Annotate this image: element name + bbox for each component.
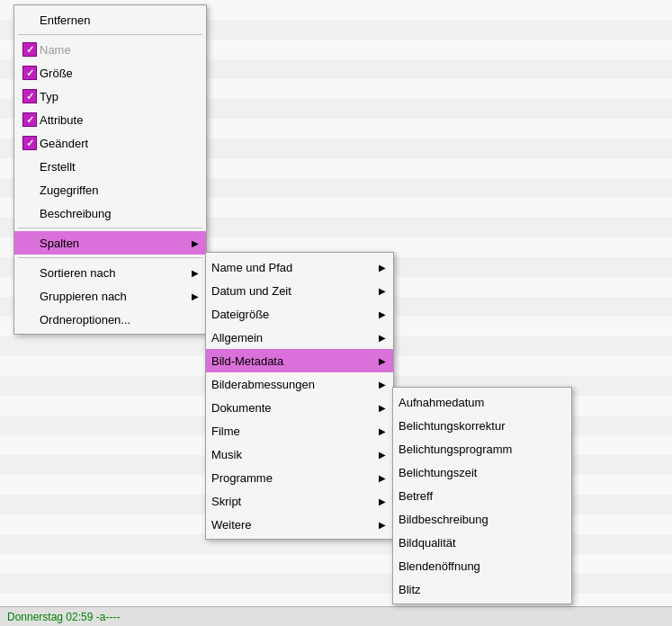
menu-label-attribute: Attribute (40, 113, 199, 127)
status-text: Donnerstag 02:59 -a---- (7, 611, 120, 623)
context-menu-l1: Entfernen ✓ Name ✓ Größe ✓ Typ ✓ Attribu… (13, 4, 207, 335)
menu-item-belichtungsprogramm[interactable]: Belichtungsprogramm (393, 437, 571, 461)
menu-item-sortieren[interactable]: Sortieren nach ▶ (14, 261, 206, 284)
menu-item-bildqualitaet[interactable]: Bildqualität (393, 531, 571, 554)
menu-item-blendeoeffnung[interactable]: Blendenöffnung (393, 554, 571, 577)
menu-label-beschreibung: Beschreibung (40, 207, 199, 220)
menu-label-datum-zeit: Datum und Zeit (211, 284, 379, 298)
menu-item-erstellt[interactable]: Erstellt (14, 155, 206, 178)
menu-item-aufnahmedatum[interactable]: Aufnahmedatum (393, 390, 571, 414)
menu-label-bildbeschreibung: Bildbeschreibung (399, 513, 564, 526)
menu-label-belichtungsprogramm: Belichtungsprogramm (399, 443, 564, 456)
menu-label-filme: Filme (211, 425, 379, 438)
menu-label-erstellt: Erstellt (40, 160, 199, 174)
checkbox-area-groesse: ✓ (20, 66, 40, 80)
menu-item-allgemein[interactable]: Allgemein ▶ (206, 326, 393, 349)
arrow-dokumente: ▶ (379, 403, 386, 413)
menu-label-typ: Typ (40, 90, 199, 103)
menu-label-geaendert: Geändert (40, 137, 199, 150)
menu-label-gruppieren: Gruppieren nach (40, 290, 192, 303)
separator-after-spalten (18, 257, 202, 258)
arrow-allgemein: ▶ (379, 333, 386, 343)
menu-label-skript: Skript (211, 495, 379, 508)
menu-label-bildqualitaet: Bildqualität (399, 536, 564, 550)
menu-item-entfernen[interactable]: Entfernen (14, 8, 206, 31)
menu-item-bilderabmessungen[interactable]: Bilderabmessungen ▶ (206, 372, 393, 396)
menu-item-spalten[interactable]: Spalten ▶ (14, 231, 206, 255)
menu-item-beschreibung[interactable]: Beschreibung (14, 201, 206, 225)
menu-item-belichtungszeit[interactable]: Belichtungszeit (393, 461, 571, 484)
arrow-gruppieren: ▶ (192, 291, 199, 301)
separator-after-beschreibung (18, 228, 202, 228)
menu-item-zugegriffen[interactable]: Zugegriffen (14, 178, 206, 201)
menu-item-blitz[interactable]: Blitz (393, 577, 571, 601)
context-menu-l2: Name und Pfad ▶ Datum und Zeit ▶ Dateigr… (205, 252, 394, 540)
menu-label-bild-metadata: Bild-Metadata (211, 354, 379, 368)
menu-item-ordneroptionen[interactable]: Ordneroptionen... (14, 308, 206, 331)
menu-label-zugegriffen: Zugegriffen (40, 183, 199, 197)
menu-label-weitere: Weitere (211, 518, 379, 532)
arrow-bild-metadata: ▶ (379, 356, 386, 366)
menu-label-dokumente: Dokumente (211, 401, 379, 415)
menu-label-belichtungskorrektur: Belichtungskorrektur (399, 419, 564, 433)
checkbox-area-name: ✓ (20, 42, 40, 57)
menu-item-name-pfad[interactable]: Name und Pfad ▶ (206, 255, 393, 279)
menu-item-filme[interactable]: Filme ▶ (206, 419, 393, 443)
menu-item-groesse[interactable]: ✓ Größe (14, 61, 206, 85)
menu-label-programme: Programme (211, 471, 379, 485)
menu-item-name[interactable]: ✓ Name (14, 38, 206, 61)
checkbox-area-typ: ✓ (20, 89, 40, 103)
menu-label-dateigroesse: Dateigröße (211, 308, 379, 321)
menu-item-dokumente[interactable]: Dokumente ▶ (206, 396, 393, 419)
arrow-spalten: ▶ (192, 238, 199, 248)
menu-label-ordneroptionen: Ordneroptionen... (40, 313, 199, 326)
menu-item-typ[interactable]: ✓ Typ (14, 85, 206, 108)
menu-item-attribute[interactable]: ✓ Attribute (14, 108, 206, 131)
menu-label-blitz: Blitz (399, 583, 564, 596)
menu-item-bild-metadata[interactable]: Bild-Metadata ▶ (206, 349, 393, 372)
arrow-sortieren: ▶ (192, 268, 199, 278)
context-menu-l3: Aufnahmedatum Belichtungskorrektur Belic… (392, 387, 572, 604)
arrow-dateigroesse: ▶ (379, 309, 386, 319)
menu-item-betreff[interactable]: Betreff (393, 484, 571, 507)
menu-item-programme[interactable]: Programme ▶ (206, 466, 393, 489)
arrow-datum-zeit: ▶ (379, 286, 386, 296)
menu-item-geaendert[interactable]: ✓ Geändert (14, 131, 206, 155)
menu-label-sortieren: Sortieren nach (40, 266, 192, 280)
status-bar: Donnerstag 02:59 -a---- (0, 606, 672, 626)
arrow-musik: ▶ (379, 450, 386, 460)
arrow-skript: ▶ (379, 496, 386, 506)
menu-label-bilderabmessungen: Bilderabmessungen (211, 378, 379, 391)
menu-label-musik: Musik (211, 448, 379, 461)
menu-item-skript[interactable]: Skript ▶ (206, 489, 393, 513)
menu-item-bildbeschreibung[interactable]: Bildbeschreibung (393, 507, 571, 531)
menu-label-name-pfad: Name und Pfad (211, 261, 379, 274)
menu-item-musik[interactable]: Musik ▶ (206, 443, 393, 466)
menu-item-weitere[interactable]: Weitere ▶ (206, 513, 393, 536)
checkbox-area-attribute: ✓ (20, 112, 40, 127)
menu-item-datum-zeit[interactable]: Datum und Zeit ▶ (206, 279, 393, 302)
arrow-bilderabmessungen: ▶ (379, 380, 386, 389)
checkbox-typ: ✓ (22, 89, 37, 103)
menu-label-name: Name (40, 43, 199, 57)
menu-label-allgemein: Allgemein (211, 331, 379, 344)
checkbox-area-geaendert: ✓ (20, 136, 40, 150)
checkbox-geaendert: ✓ (22, 136, 37, 150)
menu-label-betreff: Betreff (399, 489, 564, 503)
arrow-programme: ▶ (379, 473, 386, 483)
arrow-weitere: ▶ (379, 520, 386, 530)
menu-label-blendeoeffnung: Blendenöffnung (399, 559, 564, 573)
menu-label-aufnahmedatum: Aufnahmedatum (399, 396, 564, 409)
separator-top (18, 34, 202, 35)
menu-label-groesse: Größe (40, 67, 199, 80)
menu-label-spalten: Spalten (40, 237, 192, 250)
menu-item-belichtungskorrektur[interactable]: Belichtungskorrektur (393, 414, 571, 437)
menu-item-dateigroesse[interactable]: Dateigröße ▶ (206, 302, 393, 326)
arrow-name-pfad: ▶ (379, 263, 386, 273)
checkbox-groesse: ✓ (22, 66, 37, 80)
arrow-filme: ▶ (379, 426, 386, 436)
checkbox-attribute: ✓ (22, 112, 37, 127)
checkbox-name: ✓ (22, 42, 37, 57)
menu-label-entfernen: Entfernen (40, 13, 199, 27)
menu-item-gruppieren[interactable]: Gruppieren nach ▶ (14, 284, 206, 308)
